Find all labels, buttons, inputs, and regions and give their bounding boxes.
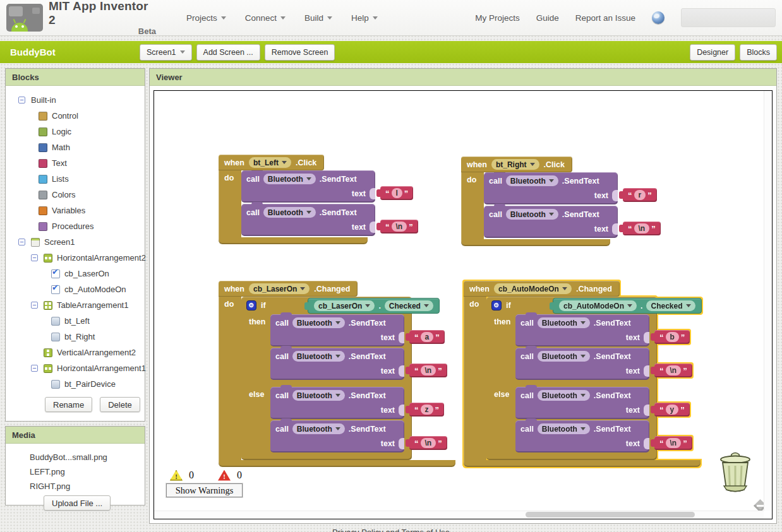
component-dropdown[interactable]: Bluetooth bbox=[292, 317, 345, 328]
component-dropdown[interactable]: Bluetooth bbox=[506, 175, 558, 186]
text-string-block[interactable]: “r” bbox=[623, 188, 657, 202]
block-when-cb-automodeon-changed[interactable]: when cb_AutoModeOn .Changed do ⚙ if cb_A… bbox=[464, 281, 701, 467]
text-string-block[interactable]: “\n” bbox=[654, 436, 692, 450]
blocks-button[interactable]: Blocks bbox=[740, 44, 777, 61]
footer-links[interactable]: Privacy Policy and Terms of Use bbox=[0, 528, 782, 532]
text-string-block[interactable]: “\n” bbox=[654, 364, 692, 377]
delete-button[interactable]: Delete bbox=[100, 397, 140, 412]
tree-item-bt-right[interactable]: bt_Right bbox=[6, 329, 145, 345]
language-globe-icon[interactable] bbox=[652, 11, 665, 24]
tree-item-logic[interactable]: Logic bbox=[6, 124, 145, 139]
call-bluetooth-sendtext[interactable]: callBluetooth.SendText text “y” bbox=[515, 387, 649, 419]
call-bluetooth-sendtext[interactable]: callBluetooth.SendText text “a” bbox=[270, 314, 404, 346]
component-dropdown[interactable]: bt_Left bbox=[249, 157, 291, 168]
string-value[interactable]: b bbox=[666, 332, 679, 342]
report-issue-link[interactable]: Report an Issue bbox=[575, 13, 635, 23]
guide-link[interactable]: Guide bbox=[536, 13, 559, 23]
horizontal-scrollbar-thumb[interactable] bbox=[526, 512, 695, 517]
trash-can-icon[interactable] bbox=[715, 449, 755, 496]
string-value[interactable]: l bbox=[392, 188, 402, 198]
component-dropdown[interactable]: Bluetooth bbox=[538, 423, 590, 434]
media-file[interactable]: LEFT.png bbox=[30, 464, 145, 479]
tree-item-builtin[interactable]: Built-in bbox=[6, 92, 145, 108]
call-bluetooth-sendtext[interactable]: callBluetooth.SendText text “r” bbox=[484, 172, 618, 204]
tree-item-math[interactable]: Math bbox=[6, 139, 145, 155]
tree-item-tablearrangement1[interactable]: TableArrangement1 bbox=[6, 297, 145, 313]
tree-item-text[interactable]: Text bbox=[6, 155, 145, 171]
menu-help[interactable]: Help bbox=[351, 13, 378, 23]
text-string-block[interactable]: “b” bbox=[654, 330, 690, 344]
component-dropdown[interactable]: Bluetooth bbox=[506, 209, 558, 220]
account-menu[interactable] bbox=[681, 8, 776, 27]
tree-item-horizontalarrangement2[interactable]: HorizontalArrangement2 bbox=[6, 250, 145, 266]
checked-getter-block[interactable]: cb_AutoModeOn . Checked bbox=[553, 298, 702, 314]
call-bluetooth-sendtext[interactable]: callBluetooth.SendText text “z” bbox=[270, 387, 404, 419]
collapse-icon[interactable] bbox=[31, 302, 38, 309]
collapse-icon[interactable] bbox=[18, 97, 25, 103]
tree-item-lists[interactable]: Lists bbox=[6, 171, 145, 187]
call-bluetooth-sendtext[interactable]: callBluetooth.SendText text “\n” bbox=[484, 206, 618, 238]
call-bluetooth-sendtext[interactable]: callBluetooth.SendText text “b” bbox=[515, 314, 649, 346]
string-value[interactable]: r bbox=[634, 190, 646, 200]
collapse-icon[interactable] bbox=[18, 239, 25, 245]
component-dropdown[interactable]: Bluetooth bbox=[292, 390, 345, 401]
property-dropdown[interactable]: Checked bbox=[385, 300, 433, 311]
string-value[interactable]: \n bbox=[421, 365, 436, 375]
call-bluetooth-sendtext[interactable]: callBluetooth.SendText text “\n” bbox=[241, 204, 375, 236]
text-string-block[interactable]: “a” bbox=[409, 330, 445, 344]
component-dropdown[interactable]: Bluetooth bbox=[263, 174, 316, 184]
collapse-icon[interactable] bbox=[31, 365, 38, 372]
tree-item-verticalarrangement2[interactable]: VerticalArrangement2 bbox=[6, 345, 145, 360]
blocks-canvas[interactable]: when bt_Left .Click do callBluetooth.Sen… bbox=[153, 90, 773, 519]
tree-item-cb-automodeon[interactable]: cb_AutoModeOn bbox=[6, 281, 145, 297]
tree-item-colors[interactable]: Colors bbox=[6, 187, 145, 203]
text-string-block[interactable]: “\n” bbox=[409, 436, 447, 450]
component-dropdown[interactable]: Bluetooth bbox=[538, 317, 590, 328]
text-string-block[interactable]: “l” bbox=[380, 186, 413, 200]
property-dropdown[interactable]: Checked bbox=[646, 300, 695, 311]
add-screen-button[interactable]: Add Screen ... bbox=[196, 44, 260, 61]
component-dropdown[interactable]: cb_LaserOn bbox=[249, 283, 310, 294]
string-value[interactable]: \n bbox=[421, 438, 436, 448]
checked-getter-block[interactable]: cb_LaserOn . Checked bbox=[308, 298, 440, 314]
upload-file-button[interactable]: Upload File ... bbox=[44, 495, 111, 511]
media-file[interactable]: BuddyBot...small.png bbox=[30, 450, 145, 464]
component-dropdown[interactable]: Bluetooth bbox=[292, 423, 345, 434]
call-bluetooth-sendtext[interactable]: callBluetooth.SendText text “\n” bbox=[515, 348, 649, 380]
rename-button[interactable]: Rename bbox=[45, 397, 92, 412]
string-value[interactable]: \n bbox=[666, 365, 682, 375]
text-string-block[interactable]: “\n” bbox=[380, 220, 418, 233]
horizontal-scrollbar[interactable] bbox=[154, 511, 764, 519]
vertical-scrollbar[interactable] bbox=[764, 91, 772, 511]
text-string-block[interactable]: “y” bbox=[654, 403, 690, 417]
tree-item-procedures[interactable]: Procedures bbox=[6, 218, 145, 234]
remove-screen-button[interactable]: Remove Screen bbox=[265, 44, 335, 61]
tree-item-bt-left[interactable]: bt_Left bbox=[6, 313, 145, 329]
string-value[interactable]: \n bbox=[392, 222, 407, 232]
string-value[interactable]: y bbox=[666, 405, 679, 415]
screen-selector-button[interactable]: Screen1 bbox=[140, 44, 192, 61]
media-file[interactable]: RIGHT.png bbox=[30, 479, 145, 494]
if-else-block[interactable]: ⚙ if cb_AutoModeOn . Checked then callBl… bbox=[486, 297, 657, 460]
call-bluetooth-sendtext[interactable]: callBluetooth.SendText text “l” bbox=[241, 170, 375, 203]
string-value[interactable]: \n bbox=[634, 223, 650, 233]
designer-button[interactable]: Designer bbox=[690, 44, 735, 61]
collapse-icon[interactable] bbox=[31, 254, 38, 261]
component-dropdown[interactable]: cb_LaserOn bbox=[314, 300, 375, 311]
text-string-block[interactable]: “\n” bbox=[623, 222, 661, 235]
text-string-block[interactable]: “z” bbox=[409, 403, 444, 417]
call-bluetooth-sendtext[interactable]: callBluetooth.SendText text “\n” bbox=[270, 348, 404, 380]
string-value[interactable]: \n bbox=[666, 438, 682, 448]
component-dropdown[interactable]: Bluetooth bbox=[538, 351, 590, 362]
string-value[interactable]: a bbox=[421, 332, 434, 342]
menu-projects[interactable]: Projects bbox=[186, 13, 226, 23]
component-dropdown[interactable]: Bluetooth bbox=[292, 351, 345, 362]
text-string-block[interactable]: “\n” bbox=[409, 364, 447, 377]
menu-build[interactable]: Build bbox=[304, 13, 332, 23]
if-else-block[interactable]: ⚙ if cb_LaserOn . Checked then callBluet… bbox=[241, 297, 412, 460]
block-when-bt-right-click[interactable]: when bt_Right .Click do callBluetooth.Se… bbox=[461, 157, 618, 246]
component-dropdown[interactable]: bt_Right bbox=[491, 159, 539, 170]
component-dropdown[interactable]: Bluetooth bbox=[538, 390, 590, 401]
call-bluetooth-sendtext[interactable]: callBluetooth.SendText text “\n” bbox=[515, 420, 649, 452]
tree-item-bt-pairdevice[interactable]: bt_PairDevice bbox=[6, 376, 145, 392]
